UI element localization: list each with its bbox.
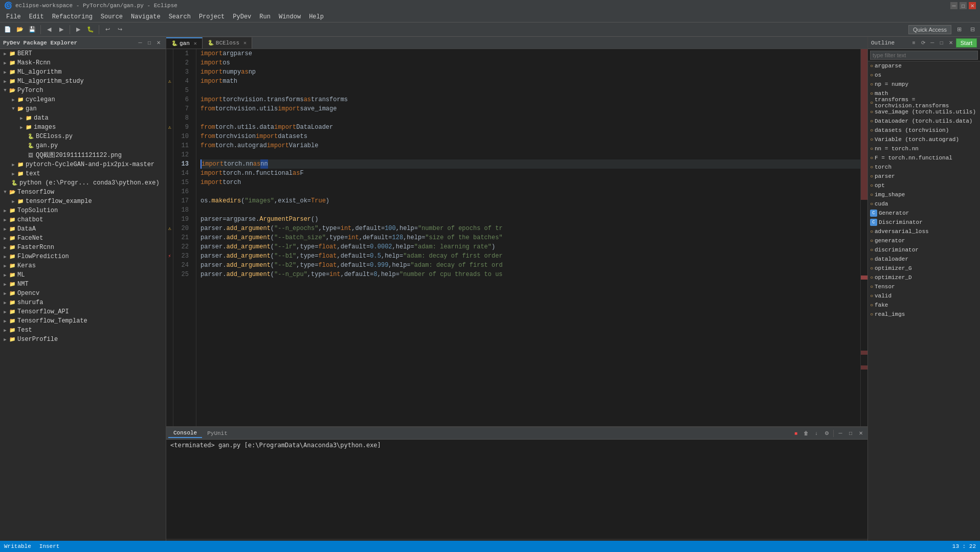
tree-toggle-UserProfile[interactable]: ▶ xyxy=(2,337,8,342)
tree-toggle-data[interactable]: ▶ xyxy=(18,116,25,121)
outline-item-transforms[interactable]: ○ transforms = torchvision.transforms xyxy=(868,98,980,107)
tree-toggle-PyTorch[interactable]: ▼ xyxy=(2,88,8,93)
sidebar-item-ML[interactable]: ▶ 📁 ML xyxy=(0,270,166,280)
menu-source[interactable]: Source xyxy=(97,12,127,21)
sidebar-item-TopSolution[interactable]: ▶ 📁 TopSolution xyxy=(0,206,166,215)
outline-item-valid[interactable]: ○ valid xyxy=(868,291,980,301)
sidebar-item-ML_algorithm_study[interactable]: ▶ 📁 ML_algorithm_study xyxy=(0,77,166,86)
tree-toggle-BERT[interactable]: ▶ xyxy=(2,51,8,57)
menu-navigate[interactable]: Navigate xyxy=(127,12,165,21)
maximize-button[interactable]: □ xyxy=(960,2,967,9)
outline-item-discriminator[interactable]: ○ discriminator xyxy=(868,245,980,255)
tab-pyunit[interactable]: PyUnit xyxy=(202,429,233,438)
tree-toggle-tensorflow-example[interactable]: ▶ xyxy=(10,199,16,204)
tab-gan[interactable]: 🐍 gan ✕ xyxy=(166,37,203,49)
toolbar-fwd[interactable]: ▶ xyxy=(56,24,67,35)
toolbar-save[interactable]: 💾 xyxy=(27,24,38,35)
sidebar-item-qq-img[interactable]: 🖼 QQ截图20191111121122.png xyxy=(0,150,166,160)
sidebar-item-DataA[interactable]: ▶ 📁 DataA xyxy=(0,224,166,234)
tree-toggle-FlowPrediction[interactable]: ▶ xyxy=(2,254,8,260)
sidebar-item-text[interactable]: ▶ 📁 text xyxy=(0,169,166,178)
outline-item-Variable[interactable]: ○ Variable (torch.autograd) xyxy=(868,135,980,144)
sidebar-item-python[interactable]: 🐍 python (e:\Progr... conda3\python.exe) xyxy=(0,178,166,188)
tree-toggle-TopSolution[interactable]: ▶ xyxy=(2,208,8,214)
menu-refactoring[interactable]: Refactoring xyxy=(48,12,97,21)
outline-close-btn[interactable]: ✕ xyxy=(947,39,955,47)
sidebar-item-FaceNet[interactable]: ▶ 📁 FaceNet xyxy=(0,234,166,243)
console-scroll-end-btn[interactable]: ↓ xyxy=(812,429,821,438)
sidebar-item-FasterRcnn[interactable]: ▶ 📁 FasterRcnn xyxy=(0,243,166,252)
sidebar-item-pytorch-cycle[interactable]: ▶ 📁 pytorch-CycleGAN-and-pix2pix-master xyxy=(0,160,166,169)
outline-item-parser[interactable]: ○ parser xyxy=(868,172,980,181)
outline-sync-btn[interactable]: ⟳ xyxy=(919,39,927,47)
outline-item-generator[interactable]: ○ generator xyxy=(868,236,980,245)
sidebar-item-Tensorflow[interactable]: ▼ 📂 Tensorflow xyxy=(0,188,166,197)
outline-item-Discriminator[interactable]: C Discriminator xyxy=(868,218,980,227)
sidebar-item-ML_algorithm[interactable]: ▶ 📁 ML_algorithm xyxy=(0,67,166,77)
toolbar-undo[interactable]: ↩ xyxy=(102,24,113,35)
outline-filter-input[interactable] xyxy=(870,51,978,60)
outline-item-fake[interactable]: ○ fake xyxy=(868,301,980,310)
outline-item-Generator[interactable]: C Generator xyxy=(868,209,980,218)
sidebar-minimize-btn[interactable]: ─ xyxy=(136,39,144,47)
tree-toggle-Tensorflow_API[interactable]: ▶ xyxy=(2,309,8,315)
tree-toggle-cyclegan[interactable]: ▶ xyxy=(10,97,16,103)
sidebar-item-images[interactable]: ▶ 📁 images xyxy=(0,123,166,132)
menu-pydev[interactable]: PyDev xyxy=(229,12,255,21)
tree-toggle-FasterRcnn[interactable]: ▶ xyxy=(2,245,8,250)
outline-item-optimizer_D[interactable]: ○ optimizer_D xyxy=(868,273,980,282)
outline-item-real_imgs[interactable]: ○ real_imgs xyxy=(868,310,980,319)
tree-toggle-Tensorflow_Template[interactable]: ▶ xyxy=(2,318,8,324)
console-settings-btn[interactable]: ⚙ xyxy=(822,429,831,438)
outline-item-nn[interactable]: ○ nn = torch.nn xyxy=(868,144,980,153)
outline-item-adversarial_loss[interactable]: ○ adversarial_loss xyxy=(868,227,980,236)
toolbar-back[interactable]: ◀ xyxy=(43,24,55,35)
console-minimize-btn[interactable]: ─ xyxy=(836,429,845,438)
tree-toggle-gan[interactable]: ▼ xyxy=(10,106,16,111)
outline-item-torch[interactable]: ○ torch xyxy=(868,163,980,172)
outline-item-img_shape[interactable]: ○ img_shape xyxy=(868,190,980,199)
tab-console[interactable]: Console xyxy=(168,429,202,438)
sidebar-maximize-btn[interactable]: □ xyxy=(145,39,153,47)
outline-minimize-btn[interactable]: ─ xyxy=(928,39,937,47)
tree-toggle-chatbot[interactable]: ▶ xyxy=(2,217,8,223)
tree-toggle-ML[interactable]: ▶ xyxy=(2,272,8,278)
sidebar-item-PyTorch[interactable]: ▼ 📂 PyTorch xyxy=(0,86,166,95)
outline-item-np[interactable]: ○ np = numpy xyxy=(868,80,980,89)
sidebar-item-Tensorflow_API[interactable]: ▶ 📁 Tensorflow_API xyxy=(0,307,166,316)
sidebar-item-Keras[interactable]: ▶ 📁 Keras xyxy=(0,261,166,270)
outline-item-dataloader[interactable]: ○ dataloader xyxy=(868,255,980,264)
menu-run[interactable]: Run xyxy=(255,12,275,21)
menu-edit[interactable]: Edit xyxy=(25,12,48,21)
tree-toggle-NMT[interactable]: ▶ xyxy=(2,282,8,287)
sidebar-item-UserProfile[interactable]: ▶ 📁 UserProfile xyxy=(0,335,166,344)
sidebar-item-FlowPrediction[interactable]: ▶ 📁 FlowPrediction xyxy=(0,252,166,261)
console-close-btn[interactable]: ✕ xyxy=(856,429,865,438)
tree-toggle-ML_algorithm_study[interactable]: ▶ xyxy=(2,79,8,84)
tree-toggle-Keras[interactable]: ▶ xyxy=(2,263,8,269)
tree-toggle-Tensorflow[interactable]: ▼ xyxy=(2,190,8,195)
code-area[interactable]: import argparse import os import numpy a… xyxy=(196,49,860,426)
tree-toggle-text[interactable]: ▶ xyxy=(10,171,16,177)
start-button[interactable]: Start xyxy=(956,38,977,48)
sidebar-item-gan-py[interactable]: 🐍 gan.py xyxy=(0,141,166,150)
tab-BCEloss[interactable]: 🐍 BCEloss ✕ xyxy=(203,37,252,49)
console-clear-btn[interactable]: 🗑 xyxy=(801,429,811,438)
tree-toggle-pytorch-cycle[interactable]: ▶ xyxy=(10,162,16,168)
minimize-button[interactable]: ─ xyxy=(950,2,957,9)
sidebar-item-chatbot[interactable]: ▶ 📁 chatbot xyxy=(0,215,166,224)
tree-toggle-Mask-Rcnn[interactable]: ▶ xyxy=(2,60,8,66)
tree-toggle-shurufa[interactable]: ▶ xyxy=(2,300,8,306)
tree-toggle-images[interactable]: ▶ xyxy=(18,125,25,130)
console-stop-btn[interactable]: ■ xyxy=(791,429,800,438)
sidebar-item-NMT[interactable]: ▶ 📁 NMT xyxy=(0,280,166,289)
outline-item-argparse[interactable]: ○ argparse xyxy=(868,61,980,71)
tab-BCEloss-close[interactable]: ✕ xyxy=(243,40,247,46)
tab-gan-close[interactable]: ✕ xyxy=(194,40,197,47)
sidebar-item-Tensorflow_Template[interactable]: ▶ 📁 Tensorflow_Template xyxy=(0,316,166,326)
console-maximize-btn[interactable]: □ xyxy=(846,429,855,438)
toolbar-run[interactable]: ▶ xyxy=(73,24,84,35)
outline-item-opt[interactable]: ○ opt xyxy=(868,181,980,190)
toolbar-layout1[interactable]: ⊞ xyxy=(953,24,965,35)
sidebar-item-cyclegan[interactable]: ▶ 📁 cyclegan xyxy=(0,95,166,104)
